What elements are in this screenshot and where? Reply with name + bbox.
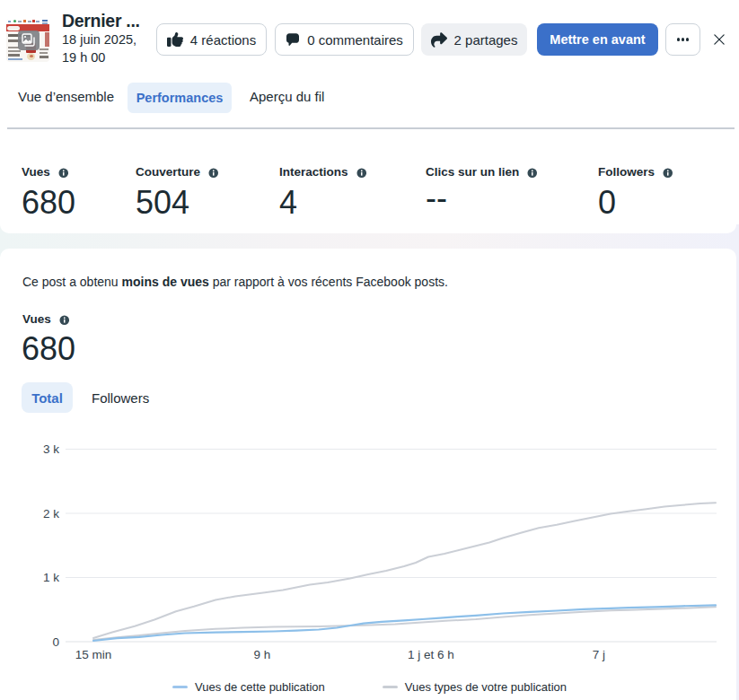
svg-text:0: 0	[52, 635, 59, 649]
svg-text:1 k: 1 k	[43, 571, 59, 584]
svg-text:1 j et 6 h: 1 j et 6 h	[408, 648, 454, 661]
svg-text:2 k: 2 k	[43, 507, 59, 521]
svg-text:3 k: 3 k	[43, 442, 59, 456]
svg-text:7 j: 7 j	[593, 648, 605, 661]
svg-text:15 min: 15 min	[75, 648, 112, 661]
svg-text:9 h: 9 h	[254, 648, 271, 661]
